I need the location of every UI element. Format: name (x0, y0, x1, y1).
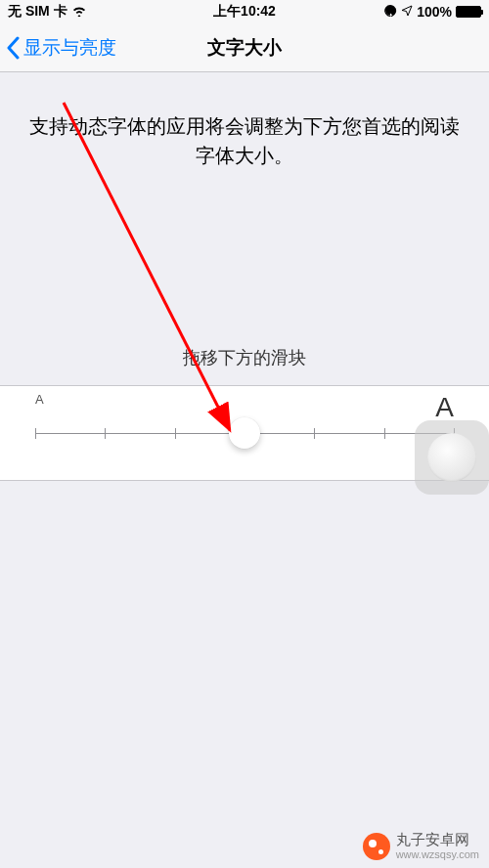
large-text-label: A (435, 392, 454, 423)
back-button[interactable]: 显示与亮度 (0, 35, 116, 61)
assistive-touch-button[interactable] (415, 420, 489, 495)
slider-tick (384, 428, 385, 439)
battery-percent: 100% (417, 4, 452, 20)
nav-bar: 显示与亮度 文字大小 (0, 23, 489, 72)
small-text-label: A (35, 392, 44, 407)
slider-tick (314, 428, 315, 439)
battery-icon (456, 6, 481, 18)
watermark-name: 丸子安卓网 (396, 832, 479, 848)
slider-tick (105, 428, 106, 439)
wifi-icon (71, 4, 87, 20)
location-icon (401, 4, 413, 20)
orientation-lock-icon (383, 4, 397, 21)
chevron-left-icon (6, 36, 20, 60)
slider-instruction: 拖移下方的滑块 (0, 346, 489, 369)
carrier-text: 无 SIM 卡 (8, 3, 67, 21)
status-left: 无 SIM 卡 (8, 3, 87, 21)
watermark-url: www.wzsqsy.com (396, 848, 479, 860)
page-title: 文字大小 (207, 35, 282, 61)
assistive-touch-icon (427, 433, 476, 482)
back-label: 显示与亮度 (23, 35, 116, 61)
status-bar: 无 SIM 卡 上午10:42 100% (0, 0, 489, 23)
slider-tick (35, 428, 36, 439)
watermark: 丸子安卓网 www.wzsqsy.com (363, 832, 479, 860)
status-time: 上午10:42 (213, 3, 276, 21)
text-size-slider[interactable]: A A (35, 413, 454, 453)
slider-thumb[interactable] (229, 417, 260, 449)
description-text: 支持动态字体的应用将会调整为下方您首选的阅读字体大小。 (0, 72, 489, 170)
slider-tick (175, 428, 176, 439)
watermark-logo-icon (363, 833, 390, 860)
status-right: 100% (383, 4, 481, 21)
